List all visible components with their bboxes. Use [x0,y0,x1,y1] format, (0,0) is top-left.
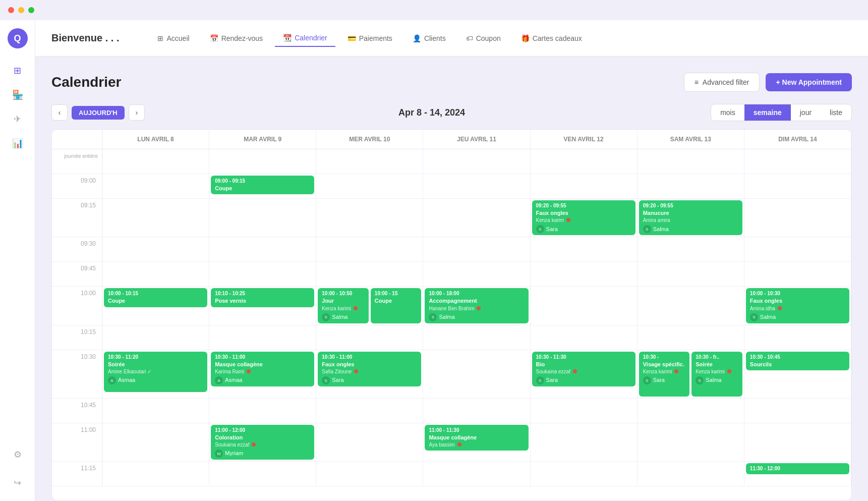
app-logo[interactable]: Q [8,28,28,48]
cell-mar-1115[interactable] [209,462,316,486]
today-button[interactable]: AUJOURD'H [72,106,125,120]
appt-mer-faux-ongles-1030[interactable]: 10:30 - 11:00 Faux ongles Safia Zitoune … [318,352,421,386]
cell-mar-1015[interactable] [209,325,316,350]
appt-ven-faux-ongles-0920[interactable]: 09:20 - 09:55 Faux ongles Kenza karim S … [532,200,635,235]
cell-mer-0930[interactable] [316,237,423,261]
cell-mer-1000[interactable]: 10:00 - 10:50 Jour Kenza karimi S Salma … [316,287,423,324]
cell-dim-0945[interactable] [744,262,851,286]
cell-ven-0915[interactable]: 09:20 - 09:55 Faux ongles Kenza karim S … [531,199,638,237]
appt-mer-coupe-1015[interactable]: 10:00 - 15 Coupe [371,288,422,323]
cell-jeu-1045[interactable] [423,399,530,423]
cell-lun-0930[interactable] [102,237,209,261]
appt-sam-manucure-0920[interactable]: 09:20 - 09:55 Manucure Amira amira S Sal… [639,200,742,235]
cell-mer-0900[interactable] [316,174,423,198]
cell-sam-1015[interactable] [638,325,744,350]
cell-lun-1115[interactable] [102,462,209,486]
cell-ven-0930[interactable] [531,237,638,261]
appt-dim-1130[interactable]: 11:30 - 12:00 [746,463,849,474]
cell-jeu-1100[interactable]: 11:00 - 11:30 Masque collagène Aya bassi… [423,423,530,461]
appt-mar-masque-1030[interactable]: 10:30 - 11:00 Masque collagène Karima Ra… [211,352,314,386]
cell-mer-1100[interactable] [316,423,423,461]
appt-sam-soiree-1030[interactable]: 10:30 - fr.. Soirée Kenza karimi S Salma [691,352,742,397]
cell-ven-1100[interactable] [531,423,638,461]
cell-mer-1015[interactable] [316,325,423,350]
cell-dim-0915[interactable] [744,199,851,237]
advanced-filter-button[interactable]: ≡ Advanced filter [684,73,760,92]
cell-ven-1015[interactable] [531,325,638,350]
cell-sam-1000[interactable] [638,287,744,324]
all-day-dim[interactable] [744,149,851,174]
cell-mar-1045[interactable] [209,399,316,423]
appt-dim-sourcils-1030[interactable]: 10:30 - 10:45 Sourcils [746,352,849,370]
nav-cartes-cadeaux[interactable]: 🎁 Cartes cadeaux [513,30,590,46]
cell-dim-1115[interactable]: 11:30 - 12:00 [744,462,851,486]
cell-jeu-0915[interactable] [423,199,530,237]
cell-sam-0945[interactable] [638,262,744,286]
nav-paiements[interactable]: 💳 Paiements [339,30,400,46]
cell-mar-1100[interactable]: 11:00 - 12:00 Coloration Soukaina ezzaf … [209,423,316,461]
cell-mar-0945[interactable] [209,262,316,286]
nav-coupon[interactable]: 🏷 Coupon [458,30,509,46]
cell-dim-0930[interactable] [744,237,851,261]
send-icon[interactable]: ✈ [8,109,28,129]
chart-icon[interactable]: 📊 [8,133,28,153]
cell-ven-1000[interactable] [531,287,638,324]
next-button[interactable]: › [129,104,145,121]
all-day-mer[interactable] [316,149,423,174]
cell-ven-1045[interactable] [531,399,638,423]
nav-clients[interactable]: 👤 Clients [404,30,454,46]
cell-lun-1030[interactable]: 10:30 - 11:20 Soirée Amine Elkaoutari ✓ … [102,350,209,398]
cell-sam-1030[interactable]: 10:30 - Visage spécific. Kenza karimi S … [638,350,744,398]
cell-jeu-1115[interactable] [423,462,530,486]
cell-mar-0900[interactable]: 09:00 - 09:15 Coupe [209,174,316,198]
cell-dim-1030[interactable]: 10:30 - 10:45 Sourcils [744,350,851,398]
nav-calendrier[interactable]: 📆 Calendrier [275,30,335,47]
close-button[interactable] [8,7,14,13]
filter-sliders-icon[interactable]: ⚙ [8,444,28,465]
cell-dim-0900[interactable] [744,174,851,198]
cell-lun-1000[interactable]: 10:00 - 10:15 Coupe [102,287,209,324]
view-mois[interactable]: mois [711,104,744,121]
cell-jeu-1030[interactable] [423,350,530,398]
cell-mar-0915[interactable] [209,199,316,237]
all-day-ven[interactable] [531,149,638,174]
appt-mar-coloration-1100[interactable]: 11:00 - 12:00 Coloration Soukaina ezzaf … [211,425,314,460]
view-jour[interactable]: jour [791,104,821,121]
cell-ven-1030[interactable]: 10:30 - 11:30 Bio Soukaina ezzaf S Sara [531,350,638,398]
nav-rendez-vous[interactable]: 📅 Rendez-vous [202,30,271,46]
cell-jeu-0900[interactable] [423,174,530,198]
appt-dim-faux-ongles-1000[interactable]: 10:00 - 10:30 Faux ongles Amina idha S S… [746,288,849,323]
logout-icon[interactable]: ↪ [8,473,28,493]
cell-jeu-0930[interactable] [423,237,530,261]
all-day-sam[interactable] [638,149,744,174]
cell-jeu-0945[interactable] [423,262,530,286]
new-appointment-button[interactable]: + New Appointment [766,73,852,91]
cell-mer-1115[interactable] [316,462,423,486]
appt-mer-jour-1000[interactable]: 10:00 - 10:50 Jour Kenza karimi S Salma [318,288,369,323]
cell-lun-1100[interactable] [102,423,209,461]
minimize-button[interactable] [18,7,24,13]
cell-sam-1045[interactable] [638,399,744,423]
cell-dim-1100[interactable] [744,423,851,461]
store-icon[interactable]: 🏪 [8,85,28,105]
appt-mar-pose-1010[interactable]: 10:10 - 10:25 Pose vernis [211,288,314,307]
cell-jeu-1015[interactable] [423,325,530,350]
cell-lun-1045[interactable] [102,399,209,423]
appt-mar-coupe-0900[interactable]: 09:00 - 09:15 Coupe [211,176,314,194]
view-liste[interactable]: liste [821,104,851,121]
cell-ven-0945[interactable] [531,262,638,286]
appt-jeu-masque-1100[interactable]: 11:00 - 11:30 Masque collagène Aya bassi… [425,425,528,451]
cell-dim-1045[interactable] [744,399,851,423]
appt-jeu-accompagnement-1000[interactable]: 10:00 - 18:00 Accompagnement Hanane Ben … [425,288,528,323]
cell-sam-1115[interactable] [638,462,744,486]
cell-lun-0915[interactable] [102,199,209,237]
cell-mer-0915[interactable] [316,199,423,237]
cell-mer-1030[interactable]: 10:30 - 11:00 Faux ongles Safia Zitoune … [316,350,423,398]
all-day-mar[interactable] [209,149,316,174]
appt-lun-soiree-1030[interactable]: 10:30 - 11:20 Soirée Amine Elkaoutari ✓ … [104,352,207,392]
maximize-button[interactable] [28,7,34,13]
cell-lun-0945[interactable] [102,262,209,286]
all-day-jeu[interactable] [423,149,530,174]
cell-lun-0900[interactable] [102,174,209,198]
cell-sam-0915[interactable]: 09:20 - 09:55 Manucure Amira amira S Sal… [638,199,744,237]
